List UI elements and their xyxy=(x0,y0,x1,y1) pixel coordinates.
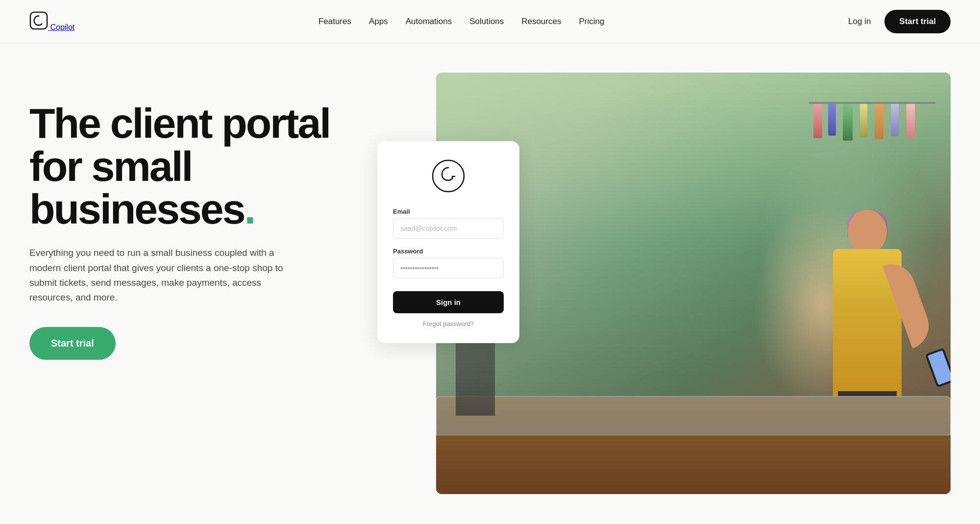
password-label: Password xyxy=(393,248,504,255)
email-label: Email xyxy=(393,208,504,215)
nav-solutions[interactable]: Solutions xyxy=(469,17,504,26)
hero-section: The client portal for small businesses. … xyxy=(0,43,980,524)
portal-logo xyxy=(393,159,504,193)
hero-right: Email Password Sign in Forgot password? xyxy=(377,73,951,514)
forgot-password-link[interactable]: Forgot password? xyxy=(393,320,504,327)
clothing-rack xyxy=(804,92,941,220)
nav-links: Features Apps Automations Solutions Reso… xyxy=(318,17,605,26)
title-dot: . xyxy=(244,185,254,232)
nav-apps[interactable]: Apps xyxy=(369,17,388,26)
password-input[interactable] xyxy=(393,258,504,278)
portal-login-card: Email Password Sign in Forgot password? xyxy=(377,141,519,343)
brand-name: Copilot xyxy=(50,23,74,31)
nav-right: Log in Start trial xyxy=(848,10,951,33)
nav-features[interactable]: Features xyxy=(318,17,351,26)
nav-resources[interactable]: Resources xyxy=(521,17,561,26)
sign-in-button[interactable]: Sign in xyxy=(393,291,504,313)
counter xyxy=(436,396,951,494)
email-input[interactable] xyxy=(393,218,504,239)
logo-icon xyxy=(29,11,48,30)
hero-trial-button[interactable]: Start trial xyxy=(29,327,116,360)
hero-subtitle: Everything you need to run a small busin… xyxy=(29,246,304,305)
svg-point-1 xyxy=(433,160,464,192)
nav-automations[interactable]: Automations xyxy=(406,17,452,26)
logo-link[interactable]: Copilot xyxy=(29,11,74,32)
password-group: Password xyxy=(393,248,504,278)
nav-pricing[interactable]: Pricing xyxy=(579,17,604,26)
hero-left: The client portal for small businesses. … xyxy=(29,73,348,360)
navigation: Copilot Features Apps Automations Soluti… xyxy=(0,0,980,43)
nav-trial-button[interactable]: Start trial xyxy=(884,10,951,33)
email-group: Email xyxy=(393,208,504,239)
hero-title: The client portal for small businesses. xyxy=(29,102,348,231)
portal-logo-icon xyxy=(431,159,466,193)
login-link[interactable]: Log in xyxy=(848,17,871,26)
svg-rect-0 xyxy=(30,12,47,28)
